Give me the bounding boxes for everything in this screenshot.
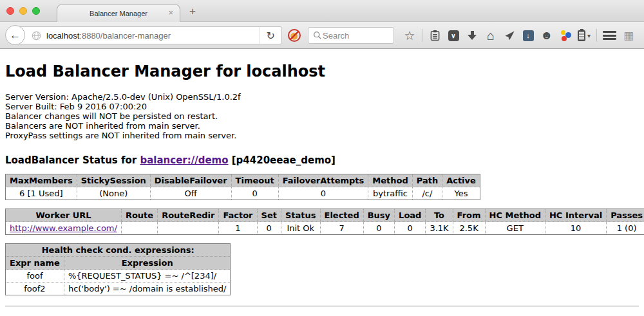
dropdown-caret-icon: ▾: [587, 32, 591, 39]
column-header: Set: [257, 209, 281, 222]
column-header: Timeout: [231, 174, 278, 187]
table-cell: (None): [77, 187, 150, 200]
health-check-table: Health check cond. expressions: Expr nam…: [5, 243, 231, 295]
window-close-button[interactable]: [6, 7, 14, 15]
column-header: Elected: [320, 209, 363, 222]
battery-icon: [578, 30, 585, 41]
download-icon[interactable]: [466, 28, 478, 42]
status-suffix: [p4420eeae_demo]: [229, 154, 336, 166]
content-blocker-icon[interactable]: [288, 29, 301, 42]
table-header-row: MaxMembers StickySession DisableFailover…: [6, 174, 480, 187]
tab-close-icon[interactable]: ×: [168, 8, 173, 17]
table-cell: 3.1K: [426, 222, 453, 235]
column-header: HC Method: [485, 209, 545, 222]
bookmark-star-icon[interactable]: ☆: [403, 28, 416, 42]
table-cell: Yes: [442, 187, 480, 200]
bottom-divider: [5, 306, 639, 307]
table-cell: [121, 222, 157, 235]
pocket-icon[interactable]: ∨: [447, 28, 460, 42]
table-header-row: Worker URL Route RouteRedir Factor Set S…: [6, 209, 644, 222]
worker-table: Worker URL Route RouteRedir Factor Set S…: [5, 209, 644, 235]
reload-button[interactable]: ↻: [260, 27, 281, 44]
globe-icon: [32, 31, 41, 41]
colored-dots-extension-icon[interactable]: [559, 28, 572, 42]
toolbar-divider: [422, 29, 422, 42]
url-bar[interactable]: localhost:8880/balancer-manager ↻: [15, 26, 282, 44]
table-cell: 0: [257, 222, 281, 235]
column-header: Busy: [363, 209, 394, 222]
notice-line: ProxyPass settings are NOT inherited fro…: [5, 131, 639, 140]
url-host: localhost: [46, 31, 79, 41]
table-cell: bytraffic: [368, 187, 412, 200]
table-cell: GET: [485, 222, 545, 235]
column-header: To: [426, 209, 453, 222]
table-cell: /c/: [412, 187, 442, 200]
titlebar: Balancer Manager × +: [0, 0, 644, 22]
table-cell: hc('body') =~ /domain is established/: [64, 283, 231, 295]
search-input[interactable]: [323, 31, 390, 41]
table-cell: 1: [219, 222, 257, 235]
toolbar-divider: [596, 29, 597, 42]
column-header: RouteRedir: [158, 209, 219, 222]
chat-smiley-icon[interactable]: ☻: [540, 28, 553, 42]
window-minimize-button[interactable]: [19, 7, 27, 15]
table-row: http://www.example.com/ 1 0 Init Ok 7 0 …: [6, 222, 644, 235]
notice-line: Balancer changes will NOT be persisted o…: [5, 111, 639, 121]
window-zoom-button[interactable]: [32, 7, 40, 15]
url-text: localhost:8880/balancer-manager: [46, 31, 171, 41]
traffic-lights: [6, 7, 40, 15]
url-path: :8880/balancer-manager: [79, 31, 171, 41]
table-cell: %{REQUEST_STATUS} =~ /^[234]/: [64, 270, 231, 283]
back-button[interactable]: ←: [5, 25, 25, 45]
table-title-row: Health check cond. expressions:: [6, 244, 231, 257]
browser-window: Balancer Manager × + ← localhost:8880/ba…: [0, 0, 644, 316]
new-tab-button[interactable]: +: [189, 5, 196, 18]
server-built-line: Server Built: Feb 9 2016 07:00:20: [5, 102, 639, 111]
reading-list-icon[interactable]: [428, 28, 441, 42]
column-header: Expression: [64, 257, 231, 270]
table-cell: [158, 222, 219, 235]
column-header: From: [453, 209, 485, 222]
table-cell: 7: [320, 222, 363, 235]
toolbar-icons: ☆ ∨ ⌂: [403, 22, 635, 49]
server-version-line: Server Version: Apache/2.5.0-dev (Unix) …: [5, 92, 639, 102]
back-icon: ←: [10, 30, 21, 41]
column-header: DisableFailover: [150, 174, 231, 187]
table-cell: 6 [1 Used]: [6, 187, 77, 200]
search-bar[interactable]: [308, 27, 394, 44]
search-icon: [312, 28, 323, 42]
table-title: Health check cond. expressions:: [6, 244, 231, 257]
navigation-toolbar: ← localhost:8880/balancer-manager ↻: [0, 22, 644, 49]
table-row: foof2 hc('body') =~ /domain is establish…: [6, 283, 231, 295]
table-cell: 0: [363, 222, 394, 235]
worker-url-link[interactable]: http://www.example.com/: [10, 223, 117, 233]
column-header: Method: [368, 174, 412, 187]
table-cell: 0: [231, 187, 278, 200]
table-header-row: Expr name Expression: [6, 257, 231, 270]
column-header: Expr name: [6, 257, 64, 270]
tab-balancer-manager[interactable]: Balancer Manager ×: [57, 4, 180, 22]
table-cell: 10: [545, 222, 606, 235]
table-cell: 0: [395, 222, 426, 235]
balancer-demo-link[interactable]: balancer://demo: [140, 154, 228, 166]
balancer-status-heading: LoadBalancer Status for balancer://demo …: [5, 154, 639, 166]
column-header: Status: [281, 209, 320, 222]
home-icon[interactable]: ⌂: [484, 28, 497, 42]
battery-extension-button[interactable]: ▾: [578, 30, 591, 41]
column-header: Passes: [607, 209, 644, 222]
send-tab-icon[interactable]: [503, 28, 516, 42]
table-cell: foof: [6, 270, 64, 283]
extension-download-icon[interactable]: ↓: [522, 28, 535, 42]
server-info: Server Version: Apache/2.5.0-dev (Unix) …: [5, 92, 639, 140]
tab-title: Balancer Manager: [90, 10, 147, 17]
column-header: Worker URL: [6, 209, 122, 222]
column-header: Route: [121, 209, 157, 222]
column-header: MaxMembers: [6, 174, 77, 187]
grid-icon[interactable]: ▦: [622, 28, 635, 42]
status-prefix: LoadBalancer Status for: [5, 154, 140, 166]
table-cell: 2.5K: [453, 222, 485, 235]
menu-icon[interactable]: [603, 31, 616, 40]
notice-line: Balancers are NOT inherited from main se…: [5, 121, 639, 131]
column-header: HC Interval: [545, 209, 606, 222]
table-cell: Init Ok: [281, 222, 320, 235]
